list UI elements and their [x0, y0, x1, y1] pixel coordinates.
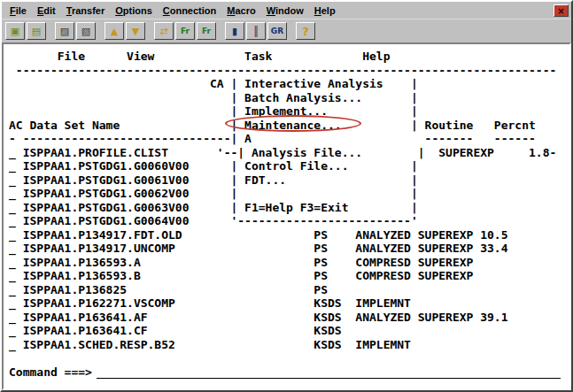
paste-button[interactable]: ▧	[76, 22, 96, 40]
dataset-row[interactable]: _ ISPPAA1.PROFILE.CLIST '--| Analysis Fi…	[9, 146, 569, 160]
copy-button[interactable]: ▨	[55, 22, 74, 40]
dataset-row[interactable]: _ ISPPAA1.PSTGDG1.G0064V00 '------------…	[9, 214, 569, 228]
dataset-row[interactable]: _ ISPPAA1.P136825 PS	[9, 283, 569, 297]
dataset-row[interactable]: _ ISPPAA1.P162271.VSCOMP KSDS IMPLEMNT	[9, 296, 569, 311]
receive-file-icon: Fr	[202, 27, 211, 35]
menu-options[interactable]: Options	[110, 4, 158, 18]
command-row: Command ===>	[9, 365, 569, 380]
new-session-button[interactable]: ▣	[5, 22, 25, 40]
dataset-row[interactable]: _ ISPPAA1.PSTGDG1.G0062V00 | |	[9, 187, 569, 201]
action-bar-line[interactable]: File View Task Help	[9, 50, 569, 64]
menu-file[interactable]: File	[4, 4, 32, 18]
task-menu-interactive-analysis[interactable]: CA | Interactive Analysis |	[9, 77, 569, 91]
toolbar: ▣ ▤ ▨ ▧ ▲ ▼ ⇄ Fr Fr ▮ ║ GR ?	[2, 19, 571, 42]
copy-icon: ▨	[60, 27, 69, 36]
display-setup-button[interactable]: ▮	[225, 22, 244, 40]
dataset-row[interactable]: _ ISPPAA1.P136593.B PS COMPRESD SUPEREXP	[9, 269, 569, 283]
column-underline-line: - ------------------------------| A ----…	[9, 132, 569, 146]
dataset-row[interactable]: _ ISPPAA1.SCHED.RESP.B52 KSDS IMPLEMNT	[9, 338, 569, 352]
transfer-mode-button[interactable]: ⇄	[154, 22, 174, 40]
dataset-row[interactable]: _ ISPPAA1.P163641.CF KSDS	[9, 324, 569, 338]
graphics-icon: GR	[271, 27, 283, 35]
menu-window[interactable]: Window	[261, 4, 309, 18]
send-file-icon: Fr	[181, 27, 190, 35]
blank-line	[9, 351, 569, 365]
open-session-button[interactable]: ▤	[27, 22, 46, 40]
upload-icon: ▲	[111, 27, 118, 36]
download-button[interactable]: ▼	[126, 22, 145, 40]
menu-macro[interactable]: Macro	[221, 4, 260, 18]
receive-file-button[interactable]: Fr	[197, 22, 216, 40]
paste-icon: ▧	[81, 27, 90, 36]
task-menu-implement[interactable]: | Implement... |	[9, 104, 569, 119]
send-file-button[interactable]: Fr	[175, 22, 195, 40]
task-menu-batch-analysis[interactable]: | Batch Analysis... |	[9, 91, 569, 105]
command-input[interactable]	[97, 366, 561, 379]
graphics-button[interactable]: GR	[267, 22, 287, 40]
transfer-arrows-icon: ⇄	[159, 27, 167, 36]
divider-line: ----------------------------------------…	[9, 64, 569, 78]
emulator-window: File Edit Transfer Options Connection Ma…	[0, 0, 573, 392]
new-session-icon: ▣	[11, 27, 19, 36]
dataset-row[interactable]: _ ISPPAA1.PSTGDG1.G0063V00 | F1=Help F3=…	[9, 201, 569, 215]
menu-help[interactable]: Help	[309, 4, 341, 18]
menu-connection[interactable]: Connection	[158, 4, 222, 18]
keyboard-setup-button[interactable]: ║	[246, 22, 266, 40]
command-prompt: Command ===>	[9, 365, 92, 380]
download-icon: ▼	[132, 27, 139, 36]
help-icon: ?	[302, 26, 309, 37]
close-button[interactable]: ×	[554, 4, 569, 17]
keyboard-icon: ║	[253, 27, 259, 36]
menu-bar: File Edit Transfer Options Connection Ma…	[2, 2, 571, 19]
open-session-icon: ▤	[32, 27, 41, 36]
display-icon: ▮	[232, 27, 237, 36]
menu-edit[interactable]: Edit	[32, 4, 61, 18]
menu-transfer[interactable]: Transfer	[61, 4, 110, 18]
dataset-row[interactable]: _ ISPPAA1.P136593.A PS COMPRESD SUPEREXP	[9, 256, 569, 270]
column-header-maintenance-line[interactable]: AC Data Set Name | Maintenance... | Rout…	[9, 119, 569, 133]
dataset-row[interactable]: _ ISPPAA1.PSTGDG1.G0060V00 | Control Fil…	[9, 159, 569, 173]
dataset-row[interactable]: _ ISPPAA1.P134917.FDT.OLD PS ANALYZED SU…	[9, 228, 569, 242]
upload-button[interactable]: ▲	[105, 22, 124, 40]
help-button[interactable]: ?	[296, 22, 315, 40]
dataset-row[interactable]: _ ISPPAA1.P134917.UNCOMP PS ANALYZED SUP…	[9, 242, 569, 256]
dataset-row[interactable]: _ ISPPAA1.P163641.AF KSDS ANALYZED SUPER…	[9, 311, 569, 325]
close-icon: ×	[557, 6, 564, 16]
dataset-row[interactable]: _ ISPPAA1.PSTGDG1.G0061V00 | FDT... |	[9, 173, 569, 188]
terminal-screen[interactable]: File View Task Help --------------------…	[2, 42, 571, 390]
